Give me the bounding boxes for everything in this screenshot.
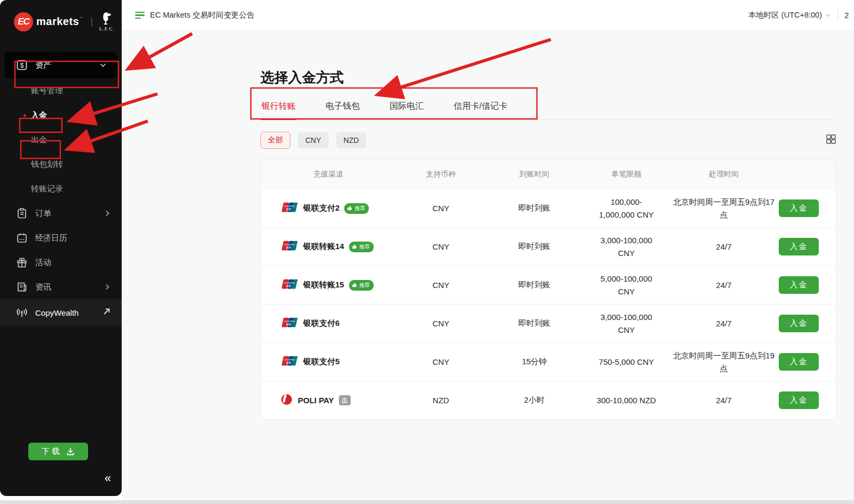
sidebar-item-activities[interactable]: 活动 bbox=[0, 250, 122, 275]
channel-name: 银联支付5 bbox=[303, 357, 339, 367]
unionpay-icon: UnionPay银联 bbox=[280, 355, 298, 369]
bank-transfer-badge bbox=[339, 395, 351, 405]
arrival-cell: 即时到账 bbox=[486, 280, 582, 290]
active-dot bbox=[23, 114, 26, 117]
deposit-button[interactable]: 入金 bbox=[779, 391, 819, 409]
deposit-method-tabs: 银行转账电子钱包国际电汇信用卡/借记卡 bbox=[260, 101, 836, 120]
limit-cell: 3,000-100,000 CNY bbox=[597, 234, 657, 259]
tab-0[interactable]: 银行转账 bbox=[260, 101, 297, 119]
limit-cell: 5,000-100,000 CNY bbox=[597, 273, 657, 298]
limit-cell: 300-10,000 NZD bbox=[597, 394, 657, 406]
sidebar-item-withdraw[interactable]: 出金 bbox=[0, 127, 122, 152]
tab-1[interactable]: 电子钱包 bbox=[325, 101, 361, 119]
tab-2[interactable]: 国际电汇 bbox=[389, 101, 425, 119]
limit-cell: 750-5,000 CNY bbox=[597, 356, 657, 368]
channel-name: 银联支付6 bbox=[303, 318, 339, 329]
sidebar-item-deposit[interactable]: 入金 bbox=[0, 103, 122, 127]
limit-cell: 100,000-1,000,000 CNY bbox=[597, 196, 657, 221]
deposit-button[interactable]: 入金 bbox=[779, 315, 819, 332]
table-header-2: 到账时间 bbox=[486, 170, 582, 179]
table-header-3: 单笔限额 bbox=[582, 170, 670, 179]
sidebar-item-account-management[interactable]: 账号管理 bbox=[0, 78, 122, 103]
deposit-button[interactable]: 入金 bbox=[779, 199, 819, 217]
arrival-cell: 即时到账 bbox=[486, 203, 582, 213]
broadcast-icon bbox=[16, 307, 28, 318]
channel-name: 银联转账14 bbox=[303, 242, 344, 252]
table-row: UnionPay银联银联支付5CNY15分钟750-5,000 CNY北京时间周… bbox=[261, 342, 836, 381]
arrival-cell: 15分钟 bbox=[486, 357, 582, 367]
currency-cell: CNY bbox=[396, 357, 486, 366]
svg-text:银联: 银联 bbox=[285, 361, 292, 364]
page-title: 选择入金方式 bbox=[260, 68, 836, 87]
svg-text:UnionPay: UnionPay bbox=[284, 243, 296, 246]
processing-cell: 24/7 bbox=[670, 394, 777, 406]
filter-chip-NZD[interactable]: NZD bbox=[336, 132, 367, 148]
svg-text:UnionPay: UnionPay bbox=[284, 358, 296, 361]
svg-text:$: $ bbox=[20, 62, 24, 69]
brand-markets-label: markets˙ bbox=[36, 15, 83, 28]
brand-logo[interactable]: EC markets˙ | L.F.C. bbox=[0, 0, 122, 42]
topbar: EC Markets 交易时间变更公告 本地时区 (UTC+8:00) 2 bbox=[122, 0, 854, 31]
limit-cell: 3,000-100,000 CNY bbox=[597, 311, 657, 336]
download-icon bbox=[66, 447, 75, 456]
table-header-4: 处理时间 bbox=[670, 170, 777, 179]
announcement-banner[interactable]: EC Markets 交易时间变更公告 bbox=[135, 10, 255, 20]
filter-chip-CNY[interactable]: CNY bbox=[298, 132, 329, 148]
unionpay-icon: UnionPay银联 bbox=[280, 202, 298, 215]
channel-name: 银联支付2 bbox=[303, 203, 339, 213]
svg-text:银联: 银联 bbox=[285, 284, 292, 287]
sidebar-item-economic-calendar[interactable]: 经济日历 bbox=[0, 226, 122, 250]
horizontal-scrollbar[interactable] bbox=[0, 500, 854, 504]
sidebar-item-label: 钱包划转 bbox=[31, 159, 111, 170]
sidebar-item-orders[interactable]: 订单 bbox=[0, 201, 122, 226]
channel-cell: UnionPay银联银联支付5 bbox=[261, 355, 396, 369]
channel-cell: UnionPay银联银联转账14推荐 bbox=[261, 240, 396, 253]
orders-icon bbox=[16, 207, 28, 219]
sidebar-item-news[interactable]: 资讯 bbox=[0, 275, 122, 299]
sidebar-item-label: 出金 bbox=[31, 135, 111, 145]
sidebar-menu: $资产账号管理入金出金钱包划转转账记录订单经济日历活动资讯CopyWealth bbox=[0, 52, 122, 326]
svg-text:银联: 银联 bbox=[285, 246, 292, 249]
processing-cell: 24/7 bbox=[670, 317, 777, 330]
unionpay-icon: UnionPay银联 bbox=[280, 317, 298, 330]
sidebar-item-transfer-records[interactable]: 转账记录 bbox=[0, 177, 122, 201]
filter-chip-全部[interactable]: 全部 bbox=[260, 132, 290, 149]
timezone-selector[interactable]: 本地时区 (UTC+8:00) bbox=[748, 10, 831, 20]
svg-text:银联: 银联 bbox=[285, 323, 292, 326]
processing-cell: 北京时间周一至周五9点到17点 bbox=[670, 196, 777, 221]
clock-partial: 2 bbox=[844, 11, 854, 20]
unionpay-icon: UnionPay银联 bbox=[280, 278, 298, 292]
grid-view-icon[interactable] bbox=[826, 134, 836, 145]
table-row: UnionPay银联银联转账15推荐CNY即时到账5,000-100,000 C… bbox=[261, 266, 836, 304]
deposit-button[interactable]: 入金 bbox=[779, 238, 819, 255]
main-content: 选择入金方式 银行转账电子钱包国际电汇信用卡/借记卡 全部CNYNZD 充值渠道… bbox=[122, 31, 854, 500]
processing-cell: 24/7 bbox=[670, 241, 777, 253]
announcement-list-icon bbox=[135, 12, 145, 19]
sidebar-item-assets[interactable]: $资产 bbox=[4, 52, 117, 78]
table-header-0: 充值渠道 bbox=[261, 170, 396, 179]
svg-text:UnionPay: UnionPay bbox=[284, 282, 296, 284]
deposit-channels-table: 充值渠道支持币种到账时间单笔限额处理时间 UnionPay银联银联支付2推荐CN… bbox=[260, 159, 836, 420]
sidebar-item-wallet-transfer[interactable]: 钱包划转 bbox=[0, 152, 122, 177]
processing-cell: 24/7 bbox=[670, 279, 777, 291]
channel-cell: UnionPay银联银联支付6 bbox=[261, 317, 396, 330]
sidebar-item-label: 资产 bbox=[35, 60, 99, 70]
sidebar-collapse-button[interactable]: « bbox=[105, 471, 111, 485]
table-header-1: 支持币种 bbox=[396, 170, 486, 179]
chevron-down-icon bbox=[825, 12, 831, 18]
deposit-button[interactable]: 入金 bbox=[779, 353, 819, 371]
svg-text:银联: 银联 bbox=[285, 207, 292, 211]
download-button[interactable]: 下载 bbox=[28, 443, 88, 460]
sidebar-item-copywealth[interactable]: CopyWealth bbox=[0, 299, 122, 326]
news-icon bbox=[16, 281, 28, 293]
external-link-icon bbox=[102, 307, 111, 318]
recommended-badge: 推荐 bbox=[349, 280, 374, 291]
table-header-row: 充值渠道支持币种到账时间单笔限额处理时间 bbox=[261, 160, 836, 189]
currency-cell: NZD bbox=[396, 396, 486, 405]
arrival-cell: 2小时 bbox=[486, 395, 582, 405]
recommended-badge: 推荐 bbox=[349, 242, 374, 252]
table-row: UnionPay银联银联支付2推荐CNY即时到账100,000-1,000,00… bbox=[261, 189, 836, 227]
deposit-button[interactable]: 入金 bbox=[779, 276, 819, 294]
tab-3[interactable]: 信用卡/借记卡 bbox=[453, 101, 508, 119]
channel-cell: UnionPay银联银联转账15推荐 bbox=[261, 278, 396, 292]
